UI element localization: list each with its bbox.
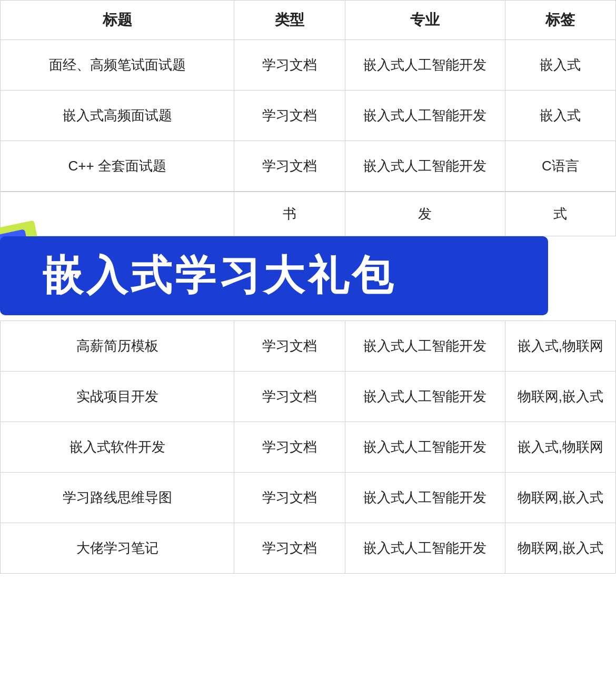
row-type: 学习文档 <box>234 372 345 422</box>
row-name: 嵌入式软件开发 <box>1 422 234 473</box>
row-name: 嵌入式高频面试题 <box>1 91 234 141</box>
row-tag: 嵌入式,物联网 <box>505 422 615 473</box>
content-table: 标题 类型 专业 标签 面经、高频笔试面试题 学习文档 嵌入式人工智能开发 嵌入… <box>0 0 616 192</box>
row-tag: 物联网,嵌入式 <box>505 372 615 422</box>
partial-tag: 式 <box>505 192 615 236</box>
row-name: 实战项目开发 <box>1 372 234 422</box>
main-container: 标题 类型 专业 标签 面经、高频笔试面试题 学习文档 嵌入式人工智能开发 嵌入… <box>0 0 616 574</box>
row-type: 学习文档 <box>234 40 345 91</box>
table-row: 实战项目开发 学习文档 嵌入式人工智能开发 物联网,嵌入式 <box>1 372 616 422</box>
header-row: 标题 类型 专业 标签 <box>1 1 616 40</box>
row-name: 高薪简历模板 <box>1 321 234 372</box>
row-name: 大佬学习笔记 <box>1 523 234 574</box>
table-row: 面经、高频笔试面试题 学习文档 嵌入式人工智能开发 嵌入式 <box>1 40 616 91</box>
table-row: 大佬学习笔记 学习文档 嵌入式人工智能开发 物联网,嵌入式 <box>1 523 616 574</box>
header-col-name: 标题 <box>1 1 234 40</box>
row-type: 学习文档 <box>234 321 345 372</box>
banner-section: 嵌入式学习大礼包 <box>0 236 616 321</box>
row-tag: 嵌入式 <box>505 91 615 141</box>
row-name: 面经、高频笔试面试题 <box>1 40 234 91</box>
table-row: C++ 全套面试题 学习文档 嵌入式人工智能开发 C语言 <box>1 141 616 192</box>
row-major: 嵌入式人工智能开发 <box>345 473 505 523</box>
row-type: 学习文档 <box>234 91 345 141</box>
header-col-tag: 标签 <box>505 1 615 40</box>
row-tag: 物联网,嵌入式 <box>505 523 615 574</box>
row-type: 学习文档 <box>234 422 345 473</box>
header-col-major: 专业 <box>345 1 505 40</box>
partial-major: 发 <box>345 192 505 236</box>
row-major: 嵌入式人工智能开发 <box>345 40 505 91</box>
row-name: C++ 全套面试题 <box>1 141 234 192</box>
bottom-rows: 高薪简历模板 学习文档 嵌入式人工智能开发 嵌入式,物联网 实战项目开发 学习文… <box>1 321 616 574</box>
table-row: 高薪简历模板 学习文档 嵌入式人工智能开发 嵌入式,物联网 <box>1 321 616 372</box>
row-major: 嵌入式人工智能开发 <box>345 523 505 574</box>
row-tag: 嵌入式,物联网 <box>505 321 615 372</box>
bottom-table: 高薪简历模板 学习文档 嵌入式人工智能开发 嵌入式,物联网 实战项目开发 学习文… <box>0 321 616 574</box>
top-rows: 面经、高频笔试面试题 学习文档 嵌入式人工智能开发 嵌入式 嵌入式高频面试题 学… <box>1 40 616 192</box>
row-type: 学习文档 <box>234 141 345 192</box>
row-major: 嵌入式人工智能开发 <box>345 372 505 422</box>
banner-text: 嵌入式学习大礼包 <box>42 248 396 304</box>
row-tag: 嵌入式 <box>505 40 615 91</box>
banner-overlay: 嵌入式学习大礼包 <box>0 236 548 315</box>
row-type: 学习文档 <box>234 473 345 523</box>
header-col-type: 类型 <box>234 1 345 40</box>
table-row: 嵌入式软件开发 学习文档 嵌入式人工智能开发 嵌入式,物联网 <box>1 422 616 473</box>
row-major: 嵌入式人工智能开发 <box>345 91 505 141</box>
partial-type: 书 <box>234 192 345 236</box>
table-row: 嵌入式高频面试题 学习文档 嵌入式人工智能开发 嵌入式 <box>1 91 616 141</box>
table-row: 学习路线思维导图 学习文档 嵌入式人工智能开发 物联网,嵌入式 <box>1 473 616 523</box>
row-major: 嵌入式人工智能开发 <box>345 141 505 192</box>
partial-table: 书 发 式 <box>0 192 616 236</box>
row-tag: C语言 <box>505 141 615 192</box>
row-major: 嵌入式人工智能开发 <box>345 422 505 473</box>
row-major: 嵌入式人工智能开发 <box>345 321 505 372</box>
row-type: 学习文档 <box>234 523 345 574</box>
row-tag: 物联网,嵌入式 <box>505 473 615 523</box>
row-name: 学习路线思维导图 <box>1 473 234 523</box>
partial-row: 书 发 式 <box>1 192 616 236</box>
